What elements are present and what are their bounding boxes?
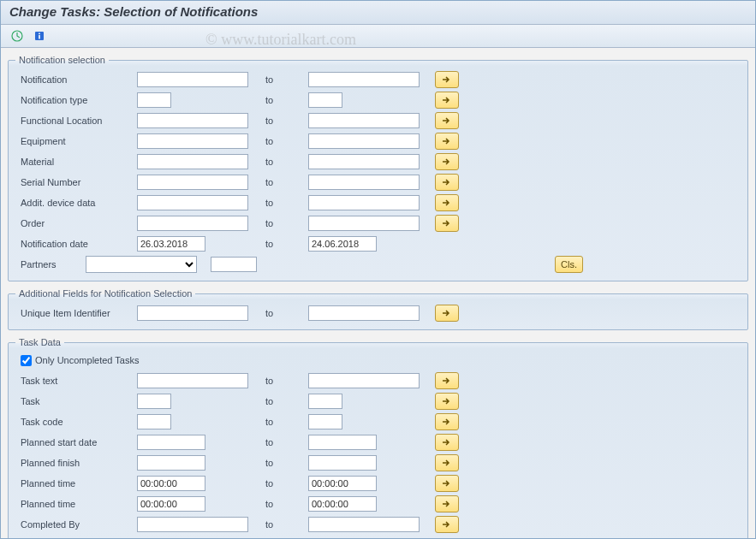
task-more-button[interactable] bbox=[435, 393, 459, 410]
info-button[interactable] bbox=[30, 27, 49, 44]
row-partners: Partners Cls. bbox=[17, 255, 739, 274]
label-notification-type: Notification type bbox=[17, 95, 137, 105]
pfinish-more-button[interactable] bbox=[435, 454, 459, 471]
pstart-to-input[interactable] bbox=[308, 435, 377, 450]
date-from-input[interactable] bbox=[137, 236, 205, 252]
row-notification-type: Notification type to bbox=[17, 91, 739, 110]
label-ptime1: Planned time bbox=[17, 478, 137, 489]
label-completed: Completed By bbox=[17, 519, 137, 530]
material-more-button[interactable] bbox=[435, 153, 459, 170]
notification-to-input[interactable] bbox=[308, 72, 420, 87]
svg-rect-2 bbox=[39, 33, 40, 35]
order-more-button[interactable] bbox=[435, 215, 459, 232]
partners-dropdown[interactable] bbox=[86, 256, 197, 273]
partners-value-input[interactable] bbox=[211, 257, 257, 272]
date-to-input[interactable] bbox=[308, 236, 377, 252]
row-pfinish: Planned finish to bbox=[17, 453, 739, 472]
row-notification-date: Notification date to bbox=[17, 234, 739, 253]
pfinish-from-input[interactable] bbox=[137, 455, 205, 471]
row-ptime1: Planned time to bbox=[17, 474, 739, 493]
ptime2-from-input[interactable] bbox=[137, 496, 205, 512]
taskcode-from-input[interactable] bbox=[137, 414, 171, 429]
material-from-input[interactable] bbox=[137, 154, 248, 169]
serial-from-input[interactable] bbox=[137, 175, 248, 190]
label-device: Addit. device data bbox=[17, 198, 137, 208]
to-label: to bbox=[257, 239, 308, 249]
arrow-right-icon bbox=[442, 479, 452, 488]
info-icon bbox=[33, 30, 45, 42]
ptime1-to-input[interactable] bbox=[308, 476, 377, 491]
uii-more-button[interactable] bbox=[435, 305, 459, 322]
execute-button[interactable] bbox=[8, 27, 27, 44]
task-to-input[interactable] bbox=[308, 394, 342, 409]
cls-button[interactable]: Cls. bbox=[555, 256, 583, 273]
completed-from-input[interactable] bbox=[137, 517, 248, 532]
arrow-right-icon bbox=[442, 157, 452, 166]
tasktext-from-input[interactable] bbox=[137, 373, 248, 388]
order-from-input[interactable] bbox=[137, 216, 248, 231]
taskcode-to-input[interactable] bbox=[308, 414, 342, 429]
group-legend: Additional Fields for Notification Selec… bbox=[15, 288, 195, 299]
arrow-right-icon bbox=[442, 438, 452, 447]
group-task-data: Task Data Only Uncompleted Tasks Task te… bbox=[8, 337, 748, 539]
task-from-input[interactable] bbox=[137, 394, 171, 409]
group-notification-selection: Notification selection Notification to N… bbox=[8, 55, 748, 281]
completed-more-button[interactable] bbox=[435, 516, 459, 533]
row-tasktext: Task text to bbox=[17, 371, 739, 390]
label-uii: Unique Item Identifier bbox=[17, 308, 137, 318]
device-from-input[interactable] bbox=[137, 195, 248, 210]
serial-more-button[interactable] bbox=[435, 174, 459, 191]
serial-to-input[interactable] bbox=[308, 175, 420, 190]
row-only-uncompleted: Only Uncompleted Tasks bbox=[17, 351, 739, 370]
equipment-to-input[interactable] bbox=[308, 133, 420, 149]
taskcode-more-button[interactable] bbox=[435, 413, 459, 430]
clock-execute-icon bbox=[11, 30, 23, 42]
device-more-button[interactable] bbox=[435, 194, 459, 211]
row-serial: Serial Number to bbox=[17, 173, 739, 192]
notification-type-from-input[interactable] bbox=[137, 92, 171, 108]
completed-to-input[interactable] bbox=[308, 517, 420, 532]
label-material: Material bbox=[17, 157, 137, 167]
funcloc-to-input[interactable] bbox=[308, 113, 420, 128]
funcloc-more-button[interactable] bbox=[435, 112, 459, 129]
ptime1-from-input[interactable] bbox=[137, 476, 205, 491]
funcloc-from-input[interactable] bbox=[137, 113, 248, 128]
label-equipment: Equipment bbox=[17, 136, 137, 146]
group-legend: Task Data bbox=[15, 337, 64, 347]
row-material: Material to bbox=[17, 152, 739, 171]
row-taskcode: Task code to bbox=[17, 412, 739, 431]
uii-to-input[interactable] bbox=[308, 305, 420, 321]
pfinish-to-input[interactable] bbox=[308, 455, 377, 471]
label-pstart: Planned start date bbox=[17, 437, 137, 447]
equipment-more-button[interactable] bbox=[435, 133, 459, 150]
only-uncompleted-checkbox[interactable] bbox=[21, 355, 32, 366]
label-pfinish: Planned finish bbox=[17, 458, 137, 468]
uii-from-input[interactable] bbox=[137, 305, 248, 321]
tasktext-to-input[interactable] bbox=[308, 373, 420, 388]
ptime2-to-input[interactable] bbox=[308, 496, 377, 512]
ptime1-more-button[interactable] bbox=[435, 475, 459, 492]
to-label: to bbox=[257, 396, 308, 406]
row-order: Order to bbox=[17, 214, 739, 233]
equipment-from-input[interactable] bbox=[137, 133, 248, 149]
notification-from-input[interactable] bbox=[137, 72, 248, 87]
ptime2-more-button[interactable] bbox=[435, 495, 459, 512]
group-legend: Notification selection bbox=[15, 55, 109, 65]
pstart-more-button[interactable] bbox=[435, 434, 459, 451]
to-label: to bbox=[257, 95, 308, 105]
material-to-input[interactable] bbox=[308, 154, 420, 169]
pstart-from-input[interactable] bbox=[137, 435, 205, 450]
row-task: Task to bbox=[17, 392, 739, 411]
tasktext-more-button[interactable] bbox=[435, 372, 459, 389]
order-to-input[interactable] bbox=[308, 216, 420, 231]
notification-more-button[interactable] bbox=[435, 71, 459, 88]
window: © www.tutorialkart.com Change Tasks: Sel… bbox=[0, 0, 756, 539]
row-pstart: Planned start date to bbox=[17, 433, 739, 452]
arrow-right-icon bbox=[442, 520, 452, 529]
notification-type-more-button[interactable] bbox=[435, 92, 459, 109]
device-to-input[interactable] bbox=[308, 195, 420, 210]
to-label: to bbox=[257, 308, 308, 318]
row-ptime2: Planned time to bbox=[17, 495, 739, 513]
notification-type-to-input[interactable] bbox=[308, 92, 342, 108]
row-equipment: Equipment to bbox=[17, 132, 739, 151]
